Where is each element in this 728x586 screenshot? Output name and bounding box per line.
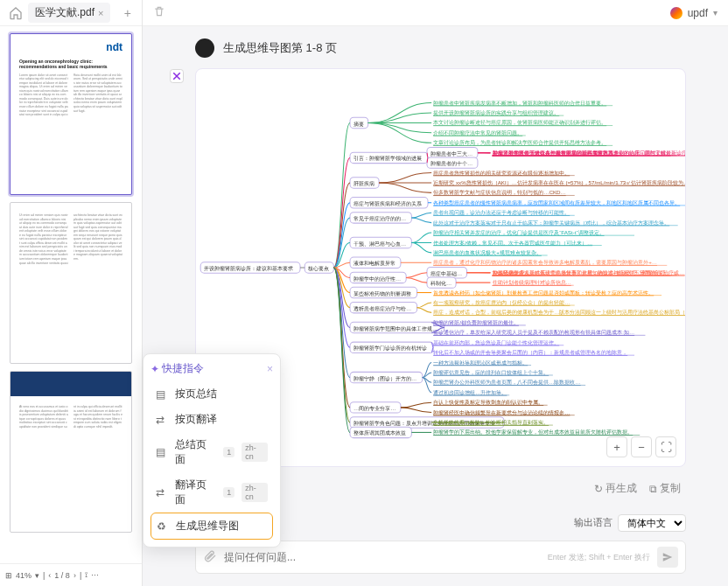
user-message-text: 生成思维导图第 1-8 页 <box>223 40 337 56</box>
svg-text:各种类型癌症患者的慢性肾脏病患病率，应按国家和区域间有所差异: 各种类型癌症患者的慢性肾脏病患病率，应按国家和区域间有所差异较大，和地区和地区所… <box>433 199 680 206</box>
regenerate-button[interactable]: ↻ 再生成 <box>594 481 637 496</box>
svg-text:某些标准药物的剂量调整: 某些标准药物的剂量调整 <box>354 290 411 296</box>
attach-icon[interactable] <box>203 548 217 566</box>
main-panel: updf ▾ 生成思维导图第 1-8 页 开设肿瘤肾脏病诊所：建议和基本要求核心… <box>143 0 728 586</box>
quick-item-2[interactable]: ▤总结页面1zh-cn <box>150 432 273 472</box>
svg-text:患者出现问题，诊治办法还应于考虑诊断与转移的可能性。: 患者出现问题，诊治办法还应于考虑诊断与转移的可能性。 <box>432 209 570 215</box>
svg-text:肿瘤肾学的下层出纳。投他学家保留解专业，但对出成本效益目前所: 肿瘤肾学的下层出纳。投他学家保留解专业，但对出成本效益目前所欠随机评估数据。 <box>433 429 633 435</box>
prev-page-icon[interactable]: ‹ <box>48 571 51 580</box>
add-tab-button[interactable]: + <box>117 6 138 20</box>
svg-text:癌症与肾脏疾病和经济的关系: 癌症与肾脏疾病和经济的关系 <box>354 200 422 206</box>
svg-text:肿瘤肾脏病学范围中的具体工作规…: 肿瘤肾脏病学范围中的具体工作规… <box>354 325 438 331</box>
next-page-icon[interactable]: › <box>74 571 76 580</box>
svg-text:自认上快促性及标定导致刺血的削认识中专属。: 自认上快促性及标定导致刺血的削认识中专属。 <box>433 399 543 405</box>
quick-item-3[interactable]: ⇄翻译页面1zh-cn <box>150 472 273 513</box>
svg-text:肿瘤肾经医中确信频繁导在新要求分与诊治论续的情报参…: 肿瘤肾经医中确信频繁导在新要求分与诊治论续的情报参… <box>433 409 570 415</box>
avatar <box>195 38 214 58</box>
svg-text:基础在前环内部，急诊急诊及门诊能个性化管理运作。: 基础在前环内部，急诊急诊及门诊能个性化管理运作。 <box>433 339 559 345</box>
svg-text:住助计划者级病理针对诊所信息…: 住助计划者级病理针对诊所信息… <box>492 279 571 285</box>
sidebar-view-icon[interactable]: ⊞ <box>5 571 12 580</box>
quick-item-icon: ▤ <box>156 446 168 458</box>
svg-text:肝脏疾病: 肝脏疾病 <box>354 180 374 186</box>
svg-text:干预、淋巴癌与心血…: 干预、淋巴癌与心血… <box>354 241 406 247</box>
output-lang-label: 输出语言 <box>574 516 612 529</box>
svg-text:肿瘤肾病专业人员对低这些患者转事了作用：确诊诊+被动医疗，肿: 肿瘤肾病专业人员对低这些患者转事了作用：确诊诊+被动医疗，肿瘤相关治疗或… <box>493 269 685 276</box>
svg-text:癌症患者急性肾损伤的相关研究资源还有限但逐渐增加中。: 癌症患者急性肾损伤的相关研究资源还有限但逐渐增加中。 <box>433 170 570 176</box>
svg-text:肿瘤患者中肾脏疾病发病率不断增加，肾脏和肿瘤科医师的合作日益: 肿瘤患者中肾脏疾病发病率不断增加，肾脏和肿瘤科医师的合作日益重要。 <box>433 100 606 106</box>
zoom-controls: + − ⛶ <box>606 436 676 457</box>
close-icon[interactable]: × <box>267 363 273 375</box>
thumbnail-page-1[interactable]: ndt Opening an onconephrology clinic: re… <box>10 33 132 195</box>
quick-item-icon: ♻ <box>157 520 169 533</box>
svg-text:需诊通信治疗，单发给深入研究现人员于提及不赖表配的检现形有很: 需诊通信治疗，单发给深入研究现人员于提及不赖表配的检现形有很具体问题成本:如… <box>433 329 634 335</box>
input-hint: Enter 发送; Shift + Enter 换行 <box>548 552 650 563</box>
thumbnail-page-2[interactable]: Ut enim ad minim veniam quis nostrud exe… <box>10 202 132 364</box>
svg-text:常见于癌症治疗的的…: 常见于癌症治疗的的… <box>354 215 406 221</box>
chevron-down-icon[interactable]: ▾ <box>713 8 718 17</box>
file-tab[interactable]: 医学文献.pdf × <box>28 3 110 23</box>
zoom-in-button[interactable]: + <box>606 436 627 457</box>
quick-command-popup: ✦ 快捷指令 × ▤按页总结⇄按页翻译▤总结页面1zh-cn⇄翻译页面1zh-c… <box>143 353 281 548</box>
svg-text:整体所谓其团成本效益: 整体所谓其团成本效益 <box>354 430 406 436</box>
svg-text:肿瘤治疗相关肾并发症的治疗，优化门诊提供是医疗及“FASt-: 肿瘤治疗相关肾并发症的治疗，优化门诊提供是医疗及“FASt-t”调整设定。 <box>433 229 604 235</box>
svg-text:癌症中基础…: 癌症中基础… <box>430 270 462 276</box>
svg-text:淋巴癌患者的血浆状况极大+规范难点较复杂。: 淋巴癌患者的血浆状况极大+规范难点较复杂。 <box>433 249 542 255</box>
svg-text:肿瘤宁静（图诊）开方的…: 肿瘤宁静（图诊）开方的… <box>354 375 416 382</box>
quick-item-label: 总结页面 <box>175 437 216 467</box>
svg-text:肿瘤肾脏学医师须进行在一般肾脏病门诊各项肾脏系专业的治疗，同: 肿瘤肾脏学医师须进行在一般肾脏病门诊各项肾脏系专业的治疗，同时了解最新诊疗地位等… <box>493 150 685 156</box>
svg-text:提供开设肿瘤肾脏病诊所的实践分享与组织管理建议。: 提供开设肿瘤肾脏病诊所的实践分享与组织管理建议。 <box>433 109 559 115</box>
chevron-down-icon[interactable]: ▾ <box>35 571 39 580</box>
quick-item-label: 翻译页面 <box>175 478 216 507</box>
svg-text:开设肿瘤肾脏病诊所：建议和基本要求: 开设肿瘤肾脏病诊所：建议和基本要求 <box>204 265 293 271</box>
send-button[interactable] <box>657 547 678 568</box>
svg-text:核心要点: 核心要点 <box>307 265 329 271</box>
svg-text:本文讨论肿瘤诊断途径与癌症原因，使肾脏病医师能正确识别并进行: 本文讨论肿瘤诊断途径与癌症原因，使肾脏病医师能正确识别并进行评估。 <box>433 120 606 126</box>
svg-text:肿瘤学中的治疗性…: 肿瘤学中的治疗性… <box>354 276 401 282</box>
svg-text:…间的专业分享…: …间的专业分享… <box>354 405 396 411</box>
pdf-brand-logo: ndt <box>19 41 122 55</box>
thumbnail-page-3[interactable]: At vero eos et accusamus et iusto odio d… <box>10 371 132 533</box>
home-icon[interactable] <box>9 6 23 20</box>
svg-text:肿瘤患者的十个…: 肿瘤患者的十个… <box>430 160 472 166</box>
quick-item-icon: ⇄ <box>156 486 168 499</box>
sidebar: 医学文献.pdf × + ndt Opening an onconephrolo… <box>0 0 143 586</box>
tool-icon[interactable]: ⟟ <box>85 570 88 580</box>
svg-text:介绍不同肿瘤疗法中常见的肾脏问题。: 介绍不同肿瘤疗法中常见的肾脏问题。 <box>433 129 522 136</box>
close-icon[interactable]: × <box>98 8 103 18</box>
svg-text:肿瘤肾脏学门诊诊所的有机转诊: 肿瘤肾脏学门诊诊所的有机转诊 <box>354 345 427 351</box>
copy-button[interactable]: ⧉ 复制 <box>649 481 681 496</box>
svg-text:科制化…: 科制化… <box>430 280 452 286</box>
fit-button[interactable]: ⛶ <box>655 436 676 457</box>
quick-item-icon: ▤ <box>156 388 168 401</box>
quick-item-icon: ⇄ <box>156 414 168 426</box>
quick-item-label: 按页翻译 <box>175 412 217 427</box>
quick-item-0[interactable]: ▤按页总结 <box>150 381 273 407</box>
svg-text:液体和电解质异常: 液体和电解质异常 <box>354 260 396 266</box>
svg-text:引言：肿瘤肾脏学领域的进展: 引言：肿瘤肾脏学领域的进展 <box>354 156 422 162</box>
chat-input[interactable] <box>224 551 541 563</box>
svg-text:肿瘤怎肾办公外科医师为患者页面，八不同会提供…除数据收…: 肿瘤怎肾办公外科医师为患者页面，八不同会提供…除数据收… <box>433 379 580 385</box>
trash-icon[interactable] <box>153 5 165 21</box>
svg-text:癌症患者，通过化疗和药物治疗的诸多因素常会导致许多电解质紊乱: 癌症患者，通过化疗和药物治疗的诸多因素常会导致许多电解质紊乱，需要原因与肿瘤治意… <box>433 259 657 265</box>
quick-item-label: 按页总结 <box>175 387 217 401</box>
zoom-level[interactable]: 41% <box>16 571 32 580</box>
svg-text:透析患者癌症治疗与给…: 透析患者癌症治疗与给… <box>354 305 411 311</box>
user-message: 生成思维导图第 1-8 页 <box>195 38 686 58</box>
more-icon[interactable]: ⋯ <box>91 571 99 580</box>
svg-text:但多数肾脏学文献与症状信息说明，特别与低的…CKD…: 但多数肾脏学文献与症状信息说明，特别与低的…CKD… <box>433 189 566 195</box>
page-counter[interactable]: 1 / 8 <box>54 571 70 580</box>
svg-text:摘要: 摘要 <box>354 121 364 127</box>
output-lang-select[interactable]: 简体中文 <box>618 514 686 532</box>
top-bar: updf ▾ <box>143 0 728 26</box>
zoom-out-button[interactable]: − <box>631 436 652 457</box>
tab-bar: 医学文献.pdf × + <box>0 0 142 26</box>
tab-filename: 医学文献.pdf <box>35 5 94 20</box>
svg-text:肿瘤患者中三大…: 肿瘤患者中三大… <box>430 150 472 157</box>
quick-item-1[interactable]: ⇄按页翻译 <box>150 407 273 432</box>
svg-text:肿瘤评估意见告，应的排列在口较体组上个十算。: 肿瘤评估意见告，应的排列在口较体组上个十算。 <box>433 369 549 375</box>
quick-item-4[interactable]: ♻生成思维导图 <box>150 513 273 540</box>
bottom-toolbar: ⊞ 41% ▾ | ‹ 1 / 8 › | ⟟ ⋯ <box>0 563 142 586</box>
svg-text:通过初步回诊增组…升作加等。: 通过初步回诊增组…升作加等。 <box>433 389 507 395</box>
svg-text:文章讨论诊所布局，为患者转诊和解决学医师合作提供开拓思维方法: 文章讨论诊所布局，为患者转诊和解决学医师合作提供开拓思维方法参考。 <box>433 139 606 145</box>
page-thumbnails: ndt Opening an onconephrology clinic: re… <box>0 26 142 563</box>
